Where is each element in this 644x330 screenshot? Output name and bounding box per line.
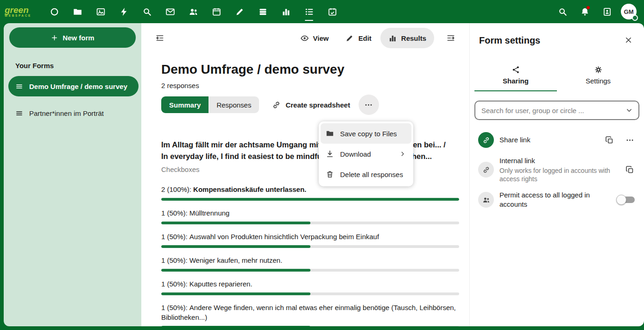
app-analytics-button[interactable] (274, 0, 297, 23)
app-menu (43, 0, 344, 23)
user-avatar[interactable]: GM (621, 4, 637, 19)
share-search-input[interactable] (474, 101, 639, 120)
internal-link-subtitle: Only works for logged in accounts with a… (499, 166, 615, 183)
results-actions: Summary Responses Create spreadsheet (161, 96, 459, 113)
tab-summary[interactable]: Summary (161, 96, 208, 113)
copy-share-link-button[interactable] (600, 131, 618, 149)
close-sidebar-button[interactable] (618, 30, 638, 50)
menu-item-download[interactable]: Download (321, 144, 411, 164)
analytics-icon (281, 7, 291, 17)
appointments-icon (328, 7, 337, 17)
app-activity-button[interactable] (112, 0, 135, 23)
more-actions-button[interactable] (359, 95, 379, 115)
result-count: 2 (100%): (161, 185, 191, 193)
result-progress-track (161, 269, 459, 272)
tab-sharing[interactable]: Sharing (474, 61, 557, 91)
menu-item-folder[interactable]: Save copy to Files (321, 123, 411, 144)
permit-access-row: Permit access to all logged in accounts (474, 187, 639, 213)
edit-button[interactable]: Edit (337, 28, 379, 48)
permit-access-avatar (478, 192, 494, 208)
form-list: Demo Umfrage / demo surveyPartner*innen … (4, 76, 141, 123)
more-actions-menu: Save copy to FilesDownloadDelete all res… (319, 121, 413, 186)
topbar: green WEBSPACE GM (0, 0, 644, 23)
close-navigation-button[interactable] (150, 28, 170, 48)
result-progress-track (161, 245, 459, 248)
photos-icon (96, 7, 106, 17)
app-deck-button[interactable] (251, 0, 274, 23)
view-mode-switcher: View Edit Results (292, 28, 434, 48)
link-icon (482, 136, 490, 144)
result-answer: Kaputtes reparieren. (189, 280, 253, 288)
activity-icon (119, 7, 129, 17)
notification-badge (587, 6, 590, 9)
create-spreadsheet-label: Create spreadsheet (285, 101, 350, 109)
result-answer: Andere Wege finden, wenn ich mal etwas e… (161, 304, 456, 321)
results-button[interactable]: Results (380, 28, 434, 48)
share-link-more-button[interactable] (621, 131, 638, 149)
tab-settings[interactable]: Settings (557, 61, 639, 91)
tab-responses[interactable]: Responses (208, 96, 259, 113)
share-search (474, 101, 639, 120)
result-progress-fill (161, 326, 310, 326)
logo-text: green (5, 6, 29, 14)
form-list-icon (15, 82, 23, 90)
people-icon (482, 196, 490, 204)
app-calendar-button[interactable] (205, 0, 228, 23)
form-list-item[interactable]: Partner*innen im Porträt (8, 103, 139, 123)
result-progress-fill (161, 222, 310, 224)
link-icon (482, 166, 490, 174)
create-spreadsheet-button[interactable]: Create spreadsheet (269, 100, 353, 110)
internal-link-title: Internal link (499, 156, 615, 165)
mail-icon (165, 7, 175, 17)
unified-search-button[interactable] (551, 0, 574, 23)
result-text: 1 (50%):Auswahl von Produkten hinsichtli… (161, 232, 459, 241)
form-list-item[interactable]: Demo Umfrage / demo survey (8, 76, 139, 96)
contacts-book-icon (602, 7, 612, 17)
app-files-button[interactable] (66, 0, 89, 23)
form-item-label: Demo Umfrage / demo survey (29, 82, 127, 90)
contacts-icon (189, 7, 198, 17)
result-progress-fill (161, 198, 459, 201)
toggle-knob (616, 195, 626, 205)
result-row: 1 (50%):Mülltrennung (161, 208, 459, 224)
app-forms-button[interactable] (297, 0, 321, 23)
view-button[interactable]: View (292, 28, 337, 48)
app-mail-button[interactable] (158, 0, 182, 23)
share-link-main: Share link (499, 135, 595, 145)
topbar-right: GM (551, 0, 641, 23)
copy-internal-link-button[interactable] (621, 161, 638, 178)
share-link-avatar (478, 132, 494, 148)
result-row: 2 (100%):Kompensationskäufe unterlassen. (161, 184, 459, 201)
toggle-sidebar-icon (446, 33, 455, 43)
menu-item-trash[interactable]: Delete all responses (321, 164, 411, 184)
contacts-menu-button[interactable] (596, 0, 618, 23)
result-text: 2 (100%):Kompensationskäufe unterlassen. (161, 184, 459, 194)
sidebar-header: Form settings (474, 23, 639, 50)
result-answer: Mülltrennung (189, 209, 230, 217)
notes-icon (235, 7, 245, 17)
kebab-icon (364, 101, 373, 109)
toggle-sidebar-button[interactable] (441, 28, 461, 48)
form-settings-sidebar: Form settings Sharing Settings (469, 23, 644, 326)
chevron-down-icon[interactable] (625, 106, 633, 114)
app-contacts-button[interactable] (182, 0, 205, 23)
forms-icon (304, 7, 314, 17)
app-search-button[interactable] (135, 0, 158, 23)
permit-access-toggle[interactable] (617, 197, 635, 203)
app-notes-button[interactable] (228, 0, 251, 23)
result-count: 1 (50%): (161, 256, 188, 264)
app-photos-button[interactable] (89, 0, 112, 23)
result-count: 1 (50%): (161, 209, 188, 217)
menu-item-label: Save copy to Files (340, 130, 406, 138)
result-answer: Weniger kaufen, mehr nutzen. (189, 256, 283, 264)
app-dashboard-button[interactable] (43, 0, 66, 23)
plus-icon (51, 34, 58, 42)
notifications-button[interactable] (574, 0, 596, 23)
new-form-button[interactable]: New form (9, 27, 136, 48)
calendar-icon (212, 7, 221, 17)
download-icon (326, 150, 334, 158)
forms-navigation-sidebar: New form Your Forms Demo Umfrage / demo … (4, 23, 141, 326)
app-appointments-button[interactable] (321, 0, 344, 23)
bar-chart-icon (388, 34, 397, 43)
app-logo[interactable]: green WEBSPACE (5, 6, 41, 17)
